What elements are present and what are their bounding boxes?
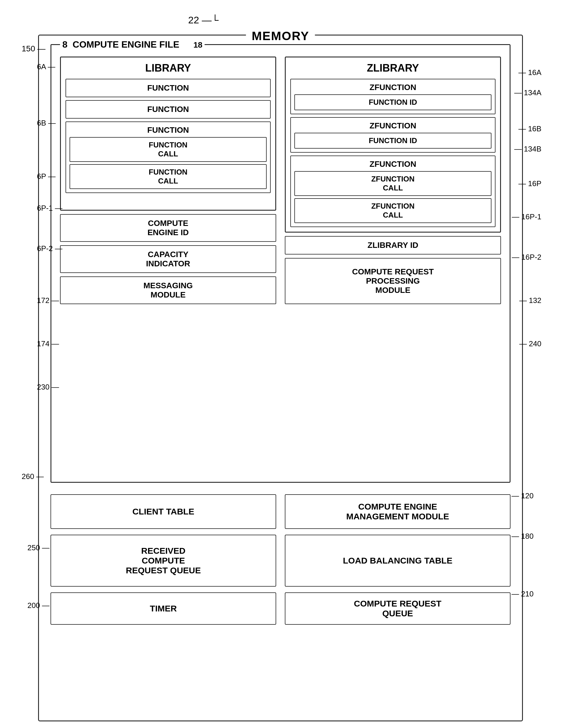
bottom-section: — 120 CLIENT TABLE COMPUTE ENGINEMANAGEM… — [51, 494, 510, 625]
ref-16p2: — 16P-2 — [512, 253, 541, 262]
zfunction-a: ZFUNCTION — [294, 83, 491, 92]
function-b: FUNCTION — [66, 100, 271, 119]
ref-6p: 6P — — [37, 172, 56, 181]
zlibrary-title: ZLIBRARY — [290, 62, 495, 74]
compute-request-processing: COMPUTE REQUESTPROCESSINGMODULE — [285, 258, 501, 304]
zfunction-p-group: ZFUNCTION ZFUNCTIONCALL ZFUNCTIONCALL — [290, 156, 495, 227]
function-call-p2: FUNCTIONCALL — [70, 164, 267, 189]
zlibrary-box: ZLIBRARY ZFUNCTION FUNCTION ID ZFUNCTION… — [285, 57, 501, 233]
function-p-title: FUNCTION — [70, 126, 267, 135]
ref-210: — 210 — [511, 589, 534, 598]
ref-240: — 240 — [519, 339, 541, 348]
ref-6a: 6A — — [37, 62, 55, 71]
ref-134a: — 134A — [514, 88, 541, 97]
compute-request-queue: COMPUTE REQUESTQUEUE — [285, 592, 510, 625]
zfunction-b-group: ZFUNCTION FUNCTION ID — [290, 117, 495, 153]
ref-200: 200 — — [27, 601, 50, 610]
timer: TIMER — [51, 592, 276, 625]
compute-engine-id: COMPUTEENGINE ID — [60, 214, 276, 242]
memory-box: MEMORY 150 — 8 COMPUTE ENGINE FILE 18 6A… — [38, 35, 523, 721]
function-a: FUNCTION — [66, 79, 271, 97]
ref-6p1: 6P-1 — — [37, 204, 62, 213]
zfunction-p: ZFUNCTION — [294, 160, 491, 169]
zlibrary-id: ZLIBRARY ID — [285, 236, 501, 254]
cef-num: 8 COMPUTE ENGINE FILE 18 — [60, 39, 205, 50]
zfunction-call-p1: ZFUNCTIONCALL — [294, 171, 491, 196]
ref-16p: — 16P — [519, 179, 542, 188]
ref-16p1: — 16P-1 — [512, 212, 541, 221]
ref-250: 250 — — [27, 543, 50, 552]
ref-120: — 120 — [511, 491, 534, 500]
ref-180: — 180 — [511, 532, 534, 541]
capacity-indicator: CAPACITYINDICATOR — [60, 245, 276, 273]
bottom-row-1: — 120 CLIENT TABLE COMPUTE ENGINEMANAGEM… — [51, 494, 510, 529]
function-id-b: FUNCTION ID — [294, 133, 491, 149]
ref-134b: — 134B — [514, 145, 541, 154]
ref-260: 260 — — [22, 472, 44, 481]
function-id-a: FUNCTION ID — [294, 94, 491, 110]
ref-16b: — 16B — [519, 124, 542, 133]
zfunction-a-group: ZFUNCTION FUNCTION ID — [290, 79, 495, 114]
client-table: CLIENT TABLE — [51, 494, 276, 529]
ref-132: — 132 — [519, 296, 541, 305]
page: 22 —└ MEMORY 150 — 8 COMPUTE ENGINE FILE… — [21, 12, 540, 721]
ref-6p2: 6P-2 — — [37, 244, 62, 253]
bottom-row-3: 200 — — 210 TIMER COMPUTE REQUESTQUEUE — [51, 592, 510, 625]
ref-16a: — 16A — [519, 68, 542, 77]
memory-title: MEMORY — [246, 29, 315, 43]
messaging-module: MESSAGINGMODULE — [60, 276, 276, 304]
received-compute-queue: RECEIVEDCOMPUTEREQUEST QUEUE — [51, 535, 276, 587]
bottom-row-2: 250 — — 180 RECEIVEDCOMPUTEREQUEST QUEUE… — [51, 535, 510, 587]
zfunction-b: ZFUNCTION — [294, 121, 491, 130]
fig-number: 22 —└ — [188, 14, 218, 26]
ref-230: 230 — — [37, 383, 59, 392]
library-title: LIBRARY — [66, 62, 271, 74]
function-call-p1: FUNCTIONCALL — [70, 137, 267, 162]
zfunction-call-p2: ZFUNCTIONCALL — [294, 198, 491, 223]
ref-174: 174 — — [37, 339, 59, 348]
ref-172: 172 — — [37, 296, 59, 305]
compute-engine-mgmt: COMPUTE ENGINEMANAGEMENT MODULE — [285, 494, 510, 529]
memory-inner-box: 8 COMPUTE ENGINE FILE 18 6A — 6B — 6P — … — [51, 44, 510, 483]
ref-6b: 6B — — [37, 119, 56, 128]
load-balancing-table: LOAD BALANCING TABLE — [285, 535, 510, 587]
ref-150: 150 — — [22, 44, 46, 53]
library-box: LIBRARY FUNCTION FUNCTION FUNCTION FUNCT… — [60, 57, 276, 211]
function-p-group: FUNCTION FUNCTIONCALL FUNCTIONCALL — [66, 121, 271, 193]
